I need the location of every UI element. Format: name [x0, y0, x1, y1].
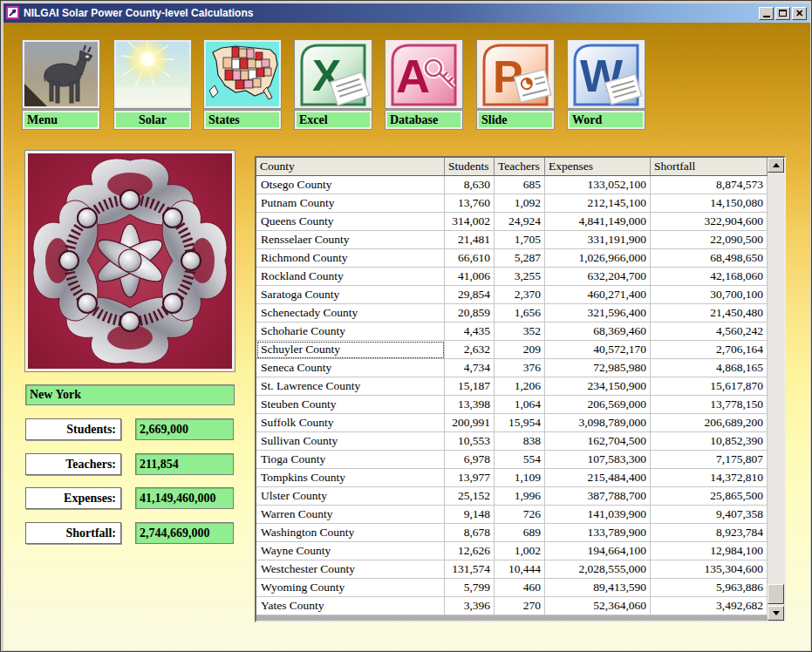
table-cell[interactable]: 2,706,164 — [651, 341, 768, 359]
table-cell[interactable]: 8,874,573 — [651, 176, 768, 194]
table-cell[interactable]: 21,481 — [445, 231, 495, 249]
table-cell[interactable]: 2,632 — [445, 341, 495, 359]
table-cell[interactable]: 4,868,165 — [651, 359, 768, 377]
table-cell[interactable]: 13,778,150 — [651, 396, 768, 414]
table-cell[interactable]: 1,206 — [495, 377, 545, 396]
table-cell[interactable]: 14,372,810 — [651, 469, 768, 487]
table-row[interactable]: Rensselaer County21,4811,705331,191,9002… — [256, 231, 768, 249]
table-cell[interactable]: 22,090,500 — [651, 231, 768, 249]
table-row[interactable]: Queens County314,00224,9244,841,149,0003… — [256, 213, 768, 231]
table-row[interactable]: Yates County3,39627052,364,0603,492,682 — [256, 597, 768, 615]
table-cell[interactable]: 25,865,500 — [651, 487, 768, 506]
table-cell[interactable]: 68,369,460 — [545, 323, 651, 341]
table-row[interactable]: Schoharie County4,43535268,369,4604,560,… — [256, 323, 768, 341]
table-cell[interactable]: 13,760 — [445, 194, 495, 213]
table-cell[interactable]: 20,859 — [445, 304, 495, 323]
table-cell[interactable]: 133,789,900 — [545, 524, 651, 542]
table-row[interactable]: Suffolk County200,99115,9543,098,789,000… — [256, 414, 768, 432]
table-cell[interactable]: 322,904,600 — [651, 213, 768, 231]
database-button[interactable]: A Database — [386, 40, 462, 129]
county-cell[interactable]: Westchester County — [256, 560, 445, 579]
table-cell[interactable]: 10,444 — [495, 560, 545, 579]
states-button[interactable]: States — [204, 40, 281, 129]
table-row[interactable]: Saratoga County29,8542,370460,271,40030,… — [256, 286, 768, 304]
table-cell[interactable]: 52,364,060 — [545, 597, 651, 615]
table-cell[interactable]: 25,152 — [445, 487, 495, 506]
table-row[interactable]: Seneca County4,73437672,985,9804,868,165 — [256, 359, 768, 377]
county-cell[interactable]: Wayne County — [256, 542, 445, 560]
table-cell[interactable]: 15,187 — [445, 377, 495, 396]
table-cell[interactable]: 387,788,700 — [545, 487, 651, 506]
table-cell[interactable]: 215,484,400 — [545, 469, 651, 487]
students-value[interactable]: 2,669,000 — [135, 418, 234, 440]
table-cell[interactable]: 1,109 — [495, 469, 545, 487]
table-cell[interactable]: 4,560,242 — [651, 323, 768, 341]
table-cell[interactable]: 10,553 — [445, 432, 495, 451]
table-cell[interactable]: 200,991 — [445, 414, 495, 432]
table-cell[interactable]: 689 — [495, 524, 545, 542]
table-cell[interactable]: 1,064 — [495, 396, 545, 414]
table-row[interactable]: Warren County9,148726141,039,9009,407,35… — [256, 506, 768, 524]
table-cell[interactable]: 24,924 — [495, 213, 545, 231]
table-cell[interactable]: 13,398 — [445, 396, 495, 414]
table-cell[interactable]: 460,271,400 — [545, 286, 651, 304]
table-cell[interactable]: 135,304,600 — [651, 560, 768, 579]
table-cell[interactable]: 209 — [495, 341, 545, 359]
table-cell[interactable]: 15,954 — [495, 414, 545, 432]
table-cell[interactable]: 8,630 — [445, 176, 495, 194]
table-cell[interactable]: 30,700,100 — [651, 286, 768, 304]
table-cell[interactable]: 331,191,900 — [545, 231, 651, 249]
maximize-button[interactable] — [775, 7, 790, 20]
table-cell[interactable]: 1,002 — [495, 542, 545, 560]
table-cell[interactable]: 12,626 — [445, 542, 495, 560]
county-cell[interactable]: Seneca County — [256, 359, 445, 377]
table-row[interactable]: Schuyler County2,63220940,572,1702,706,1… — [256, 341, 768, 359]
county-cell[interactable]: Rensselaer County — [256, 231, 445, 249]
county-cell[interactable]: Suffolk County — [256, 414, 445, 432]
table-cell[interactable]: 1,705 — [495, 231, 545, 249]
county-cell[interactable]: Richmond County — [256, 249, 445, 268]
county-cell[interactable]: St. Lawrence County — [256, 377, 445, 396]
county-cell[interactable]: Steuben County — [256, 396, 445, 414]
table-row[interactable]: Sullivan County10,553838162,704,50010,85… — [256, 432, 768, 451]
scrollbar-thumb[interactable] — [768, 584, 784, 604]
table-cell[interactable]: 3,492,682 — [651, 597, 768, 615]
table-row[interactable]: Tompkins County13,9771,109215,484,40014,… — [256, 469, 768, 487]
table-cell[interactable]: 41,006 — [445, 268, 495, 286]
county-cell[interactable]: Tioga County — [256, 451, 445, 469]
table-cell[interactable]: 133,052,100 — [545, 176, 651, 194]
county-cell[interactable]: Schuyler County — [256, 341, 445, 359]
table-row[interactable]: Steuben County13,3981,064206,569,00013,7… — [256, 396, 768, 414]
table-row[interactable]: Putnam County13,7601,092212,145,10014,15… — [256, 194, 768, 213]
menu-button[interactable]: Menu — [23, 40, 99, 129]
table-cell[interactable]: 131,574 — [445, 560, 495, 579]
table-row[interactable]: St. Lawrence County15,1871,206234,150,90… — [256, 377, 768, 396]
table-cell[interactable]: 3,098,789,000 — [545, 414, 651, 432]
minimize-button[interactable] — [759, 7, 774, 20]
table-cell[interactable]: 352 — [495, 323, 545, 341]
county-cell[interactable]: Warren County — [256, 506, 445, 524]
table-row[interactable]: Washington County8,678689133,789,9008,92… — [256, 524, 768, 542]
table-cell[interactable]: 554 — [495, 451, 545, 469]
table-cell[interactable]: 314,002 — [445, 213, 495, 231]
table-cell[interactable]: 21,450,480 — [651, 304, 768, 323]
table-row[interactable]: Ulster County25,1521,996387,788,70025,86… — [256, 487, 768, 506]
table-cell[interactable]: 72,985,980 — [545, 359, 651, 377]
table-cell[interactable]: 685 — [495, 176, 545, 194]
table-cell[interactable]: 270 — [495, 597, 545, 615]
county-cell[interactable]: Wyoming County — [256, 579, 445, 597]
scroll-down-button[interactable] — [768, 606, 784, 621]
table-row[interactable]: Wayne County12,6261,002194,664,10012,984… — [256, 542, 768, 560]
table-cell[interactable]: 3,396 — [445, 597, 495, 615]
word-button[interactable]: W Word — [568, 40, 645, 129]
table-cell[interactable]: 2,370 — [495, 286, 545, 304]
table-cell[interactable]: 206,569,000 — [545, 396, 651, 414]
table-cell[interactable]: 234,150,900 — [545, 377, 651, 396]
table-cell[interactable]: 9,148 — [445, 506, 495, 524]
table-cell[interactable]: 4,435 — [445, 323, 495, 341]
county-cell[interactable]: Ulster County — [256, 487, 445, 506]
table-cell[interactable]: 321,596,400 — [545, 304, 651, 323]
county-cell[interactable]: Washington County — [256, 524, 445, 542]
county-cell[interactable]: Otsego County — [256, 176, 445, 194]
table-cell[interactable]: 838 — [495, 432, 545, 451]
